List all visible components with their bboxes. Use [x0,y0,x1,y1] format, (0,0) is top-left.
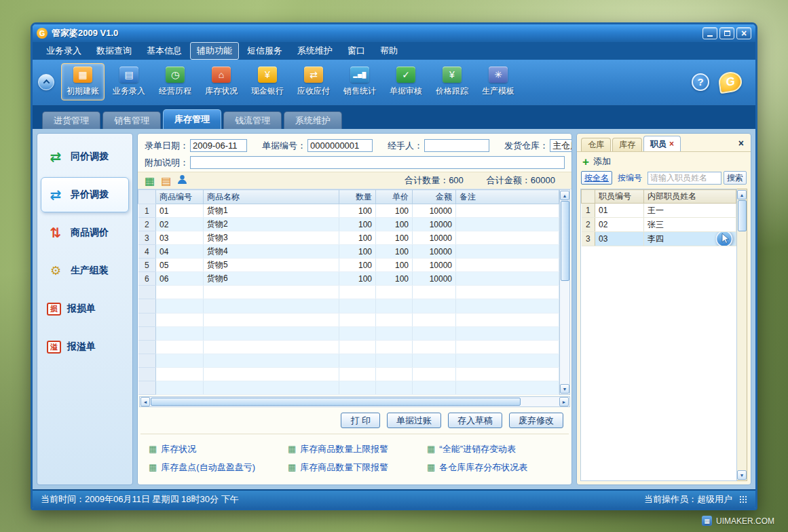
menu-item-2[interactable]: 数据查询 [90,42,138,60]
grid-cell[interactable] [204,367,339,381]
empty-grid-row[interactable] [138,340,559,354]
grid-cell[interactable] [413,299,456,313]
grid-row-4[interactable]: 404货物410010010000 [138,245,559,259]
help-button[interactable] [692,73,709,91]
collapse-toolbar-button[interactable] [38,74,54,90]
grid-cell[interactable] [413,354,456,367]
toolbar-button-9[interactable]: 价格跟踪 [430,63,474,100]
search-button[interactable]: 搜索 [724,171,747,185]
grid-cell[interactable] [456,340,559,354]
panel-scroll-up-arrow[interactable] [737,190,747,200]
toolbar-button-1[interactable]: 初期建账 [61,63,105,100]
grid-row-6[interactable]: 606货物610010010000 [138,272,559,286]
panel-vertical-scrollbar[interactable] [737,189,747,481]
staff-cell[interactable]: 王一 [644,204,736,218]
grid-cell[interactable]: 100 [339,218,376,231]
tab-close-icon[interactable] [669,139,674,149]
grid-cell[interactable] [339,381,376,394]
toolbar-button-5[interactable]: 现金银行 [246,63,289,100]
discard-changes-button[interactable]: 废弃修改 [509,413,563,428]
staff-cell[interactable]: 张三 [644,218,736,232]
toolbar-button-7[interactable]: 销售统计 [338,63,381,100]
grid-cell[interactable] [456,286,559,299]
grid-cell[interactable] [339,354,376,367]
post-document-button[interactable]: 单据过账 [387,413,441,428]
menu-item-7[interactable]: 窗口 [341,42,372,60]
sidebar-item-4[interactable]: 生产组装 [41,253,129,288]
module-tab-5[interactable]: 系统维护 [284,111,342,129]
grid-cell[interactable] [456,272,559,286]
grid-cell[interactable]: 100 [376,231,413,245]
report-link-2[interactable]: 库存盘点(自动盘盈盘亏) [149,461,282,474]
staff-cell[interactable]: 03 [595,232,644,246]
grid-row-1[interactable]: 101货物110010010000 [138,204,559,218]
grid-cell[interactable]: 03 [156,231,204,245]
staff-row-1[interactable]: 101王一 [582,204,736,218]
grid-cell[interactable] [376,381,413,394]
grid-cell[interactable] [456,259,559,272]
grid-cell[interactable] [456,354,559,367]
doc-no-input[interactable] [307,139,373,152]
staff-row-2[interactable]: 202张三 [582,218,736,232]
module-tab-3[interactable]: 库存管理 [163,109,221,129]
grid-cell[interactable] [156,381,204,394]
grid-cell[interactable] [413,340,456,354]
grid-cell[interactable] [339,340,376,354]
menu-item-6[interactable]: 系统维护 [290,42,339,60]
grid-cell[interactable] [156,326,204,340]
scroll-left-arrow[interactable] [140,397,150,406]
print-button[interactable]: 打 印 [341,413,380,428]
panel-scroll-thumb[interactable] [738,200,747,231]
filter-by-number-button[interactable]: 按编号 [614,171,645,185]
grid-cell[interactable]: 100 [376,272,413,286]
grid-cell[interactable] [413,381,456,394]
toolbar-button-3[interactable]: 经营历程 [153,63,197,100]
panel-tab-2[interactable]: 库存 [612,138,642,151]
staff-search-input[interactable] [648,172,721,185]
grid-cell[interactable]: 100 [339,245,376,259]
empty-grid-row[interactable] [138,326,559,340]
toolbar-button-4[interactable]: 库存状况 [200,63,243,100]
grid-cell[interactable] [456,218,559,231]
grid-cell[interactable]: 02 [156,218,204,231]
report-link-4[interactable]: 库存商品数量下限报警 [288,461,421,474]
warehouse-input[interactable] [550,139,572,152]
grid-cell[interactable]: 100 [376,245,413,259]
grid-cell[interactable]: 10000 [413,245,456,259]
grid-cell[interactable]: 货物6 [204,272,339,286]
menu-item-3[interactable]: 基本信息 [140,42,189,60]
grid-cell[interactable] [456,204,559,218]
vertical-scrollbar[interactable] [559,189,570,395]
grid-cell[interactable] [456,367,559,381]
grid-cell[interactable]: 100 [376,204,413,218]
grid-cell[interactable]: 10000 [413,259,456,272]
panel-tab-3[interactable]: 职员 [643,136,681,151]
grid-cell[interactable] [156,340,204,354]
panel-close-icon[interactable] [736,136,747,150]
sidebar-item-2[interactable]: 异价调拨 [41,177,129,212]
grid-cell[interactable] [456,313,559,326]
grid-cell[interactable] [376,326,413,340]
grid-cell[interactable]: 01 [156,204,204,218]
grid-cell[interactable] [456,326,559,340]
grid-cell[interactable] [413,326,456,340]
grid-cell[interactable]: 100 [339,231,376,245]
grid-cell[interactable]: 10000 [413,231,456,245]
add-staff-button[interactable]: 添加 [577,152,751,171]
sidebar-item-5[interactable]: 损报损单 [41,291,129,326]
grid-cell[interactable]: 05 [156,259,204,272]
staff-cell[interactable]: 02 [595,218,644,232]
scroll-right-arrow[interactable] [559,397,569,406]
note-input[interactable] [190,156,565,169]
grid-row-5[interactable]: 505货物510010010000 [138,259,559,272]
grid-cell[interactable]: 10000 [413,272,456,286]
empty-grid-row[interactable] [138,313,559,326]
sidebar-item-3[interactable]: 商品调价 [41,215,129,250]
menu-item-5[interactable]: 短信服务 [240,42,289,60]
report-link-3[interactable]: 库存商品数量上限报警 [288,443,421,455]
resize-grip[interactable] [739,495,747,504]
grid-cell[interactable] [376,299,413,313]
menu-item-4[interactable]: 辅助功能 [190,42,239,60]
grid-cell[interactable] [204,340,339,354]
grid-cell[interactable] [204,326,339,340]
